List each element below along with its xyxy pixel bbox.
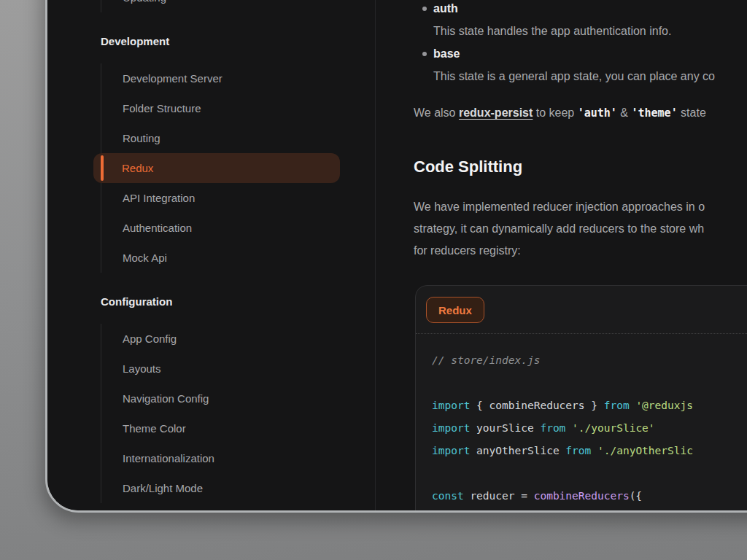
- persist-text-prefix: We also: [414, 106, 459, 119]
- device-screen: UpdatingDevelopmentDevelopment ServerFol…: [45, 0, 747, 513]
- sidebar-group: App ConfigLayoutsNavigation ConfigTheme …: [101, 324, 375, 503]
- sidebar-item-label: API Integration: [123, 192, 195, 204]
- persist-text-amp: &: [617, 106, 632, 119]
- sidebar-item-api-integration[interactable]: API Integration: [101, 183, 375, 213]
- active-item-accent-bar: [101, 155, 104, 181]
- main-content: authThis state handles the app authentic…: [376, 0, 747, 510]
- sidebar-item-redux[interactable]: Redux: [93, 153, 340, 183]
- sidebar-section-title: Configuration: [101, 295, 375, 309]
- sidebar-item-authentication[interactable]: Authentication: [101, 213, 375, 243]
- sidebar-items-container: UpdatingDevelopmentDevelopment ServerFol…: [47, 0, 375, 503]
- code-line: [432, 372, 747, 394]
- sidebar-group: Development ServerFolder StructureRoutin…: [101, 63, 375, 273]
- sidebar-item-layouts[interactable]: Layouts: [101, 354, 375, 384]
- sidebar-item-label: Navigation Config: [123, 392, 209, 405]
- sidebar-item-dark-light-mode[interactable]: Dark/Light Mode: [101, 473, 375, 503]
- state-definition-list: authThis state handles the app authentic…: [414, 0, 747, 88]
- definition-description: This state handles the app authenticatio…: [414, 20, 747, 42]
- code-line: import anyOtherSlice from './anyOtherSli…: [432, 440, 747, 462]
- code-splitting-heading: Code Splitting: [414, 155, 747, 179]
- sidebar-item-label: App Config: [123, 332, 177, 345]
- redux-persist-link[interactable]: redux-persist: [459, 106, 533, 119]
- sidebar-item-label: Dark/Light Mode: [123, 482, 203, 494]
- intro-paragraph: We have implemented reducer injection ap…: [414, 196, 747, 262]
- code-line: import yourSlice from './yourSlice': [432, 417, 747, 440]
- sidebar-item-label: Authentication: [123, 222, 192, 234]
- sidebar-item-app-config[interactable]: App Config: [101, 324, 375, 354]
- definition-term: auth: [414, 0, 747, 20]
- code-block: // store/index.js import { combineReduce…: [416, 334, 747, 510]
- sidebar-item-internationalization[interactable]: Internationalization: [101, 443, 375, 473]
- sidebar-section-title: Development: [101, 34, 375, 49]
- sidebar-item-folder-structure[interactable]: Folder Structure: [101, 93, 375, 123]
- sidebar-item-navigation-config[interactable]: Navigation Config: [101, 384, 375, 413]
- definition-term: base: [414, 42, 747, 65]
- paragraph-line: strategy, it can dynamically add reducer…: [414, 218, 747, 240]
- sidebar-item-mock-api[interactable]: Mock Api: [101, 243, 375, 273]
- sidebar-item-label: Mock Api: [123, 252, 167, 264]
- bullet-icon: [422, 52, 427, 56]
- definition-term-label: base: [433, 47, 460, 60]
- sidebar-group-partial: Updating: [101, 0, 375, 12]
- docs-app-window: UpdatingDevelopmentDevelopment ServerFol…: [47, 0, 747, 510]
- sidebar-nav: UpdatingDevelopmentDevelopment ServerFol…: [47, 0, 376, 510]
- sidebar-item-label: Theme Color: [123, 422, 186, 435]
- inline-code-theme: 'theme': [631, 106, 677, 120]
- code-line: import { combineReducers } from '@reduxj…: [432, 394, 747, 417]
- sidebar-item-label: Routing: [123, 132, 160, 144]
- persist-paragraph: We also redux-persist to keep 'auth' & '…: [414, 101, 747, 124]
- paragraph-line: for reducers registry:: [414, 240, 747, 262]
- definition-term-label: auth: [433, 2, 458, 15]
- sidebar-item-label: Redux: [122, 162, 153, 174]
- code-line: [432, 462, 747, 485]
- sidebar-item-label: Development Server: [123, 72, 222, 85]
- sidebar-item-theme-color[interactable]: Theme Color: [101, 413, 375, 443]
- code-line: const reducer = combineReducers({: [432, 485, 747, 508]
- definition-description: This state is a general app state, you c…: [414, 65, 747, 88]
- sidebar-item-label: Updating: [123, 0, 166, 4]
- sidebar-item-updating[interactable]: Updating: [101, 0, 375, 12]
- persist-text-suffix: state: [678, 106, 706, 119]
- sidebar-item-label: Layouts: [123, 362, 161, 375]
- list-item: authThis state handles the app authentic…: [414, 0, 747, 42]
- sidebar-item-label: Folder Structure: [123, 102, 201, 114]
- redux-tab[interactable]: Redux: [426, 297, 484, 323]
- persist-text-middle: to keep: [533, 106, 577, 119]
- code-card-header: Redux: [416, 286, 747, 334]
- sidebar-item-label: Internationalization: [123, 452, 214, 464]
- paragraph-line: We have implemented reducer injection ap…: [414, 196, 747, 218]
- code-line: // store/index.js: [432, 349, 747, 372]
- bullet-icon: [422, 7, 427, 11]
- list-item: baseThis state is a general app state, y…: [414, 42, 747, 88]
- code-example-card: Redux // store/index.js import { combine…: [415, 285, 747, 510]
- inline-code-auth: 'auth': [578, 106, 617, 120]
- sidebar-item-development-server[interactable]: Development Server: [101, 63, 375, 93]
- sidebar-item-routing[interactable]: Routing: [101, 123, 375, 153]
